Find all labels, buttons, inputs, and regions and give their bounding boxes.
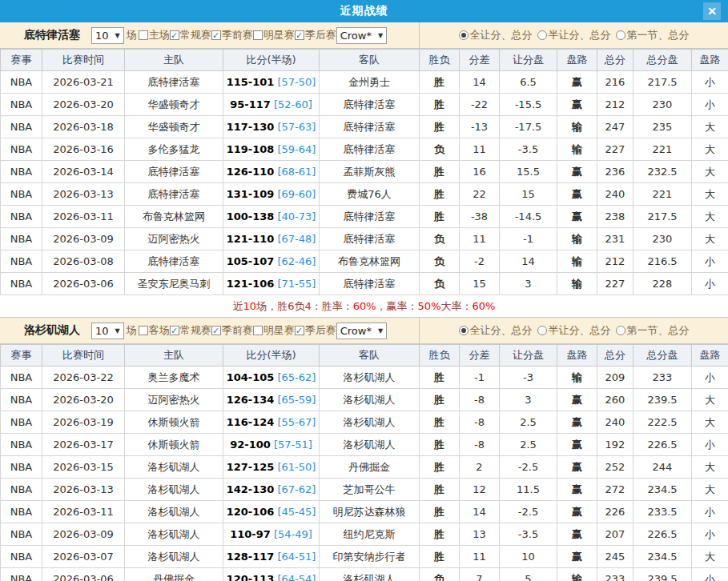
filter-checkbox[interactable]: 主场 xyxy=(139,28,170,42)
summary-text: 场，胜6负4：胜率： xyxy=(256,299,353,314)
cell-total-points: 227 xyxy=(597,273,633,295)
cell-ou-result: 大 xyxy=(692,456,728,479)
mode-radio[interactable]: 全让分、总分 xyxy=(459,28,533,42)
score-text: 95-117 xyxy=(230,98,271,110)
chevron-down-icon: ▼ xyxy=(115,327,120,335)
cell-total-line: 228 xyxy=(633,273,692,295)
cell-ou-result: 小 xyxy=(692,501,728,523)
column-header: 分差 xyxy=(460,345,500,367)
checkbox-icon: ✓ xyxy=(170,30,179,40)
filter-checkbox[interactable]: ✓季前赛 xyxy=(211,323,253,338)
team-name: 洛杉矶湖人 xyxy=(24,323,80,338)
cell-total-line: 233.5 xyxy=(633,501,692,523)
cell-home-team: 底特律活塞 xyxy=(125,71,223,94)
cell-date: 2026-03-22 xyxy=(42,367,125,389)
cell-point-diff: 11 xyxy=(460,546,500,568)
cell-away-team: 明尼苏达森林狼 xyxy=(320,501,420,523)
games-count-select[interactable]: 10▼ xyxy=(91,323,124,339)
summary-text: ，赢率： xyxy=(376,299,418,314)
cell-league: NBA xyxy=(1,367,42,389)
cell-home-team: 休斯顿火箭 xyxy=(125,434,223,456)
cell-result: 负 xyxy=(420,273,460,295)
cell-result: 负 xyxy=(420,250,460,273)
summary-text: 近 xyxy=(233,299,243,314)
cell-result: 胜 xyxy=(420,116,460,138)
cell-date: 2026-03-11 xyxy=(42,501,125,523)
cell-handicap-result: 赢 xyxy=(557,161,597,183)
filter-checkbox[interactable]: 明星赛 xyxy=(253,28,295,42)
cell-result: 胜 xyxy=(420,523,460,546)
source-select[interactable]: Crow*▼ xyxy=(336,27,387,44)
halftime-score: [68-61] xyxy=(277,166,316,178)
cell-handicap-result: 赢 xyxy=(557,434,597,456)
cell-total-line: 234.5 xyxy=(633,546,692,568)
games-count-select[interactable]: 10▼ xyxy=(91,27,124,44)
halftime-score: [71-55] xyxy=(277,278,316,290)
cell-total-points: 207 xyxy=(597,523,633,546)
cell-point-diff: 2 xyxy=(460,456,500,479)
game-row: NBA2026-03-17休斯顿火箭92-100 [57-51]洛杉矶湖人胜-8… xyxy=(1,434,728,456)
cell-date: 2026-03-20 xyxy=(42,389,125,411)
cell-score: 105-107 [62-46] xyxy=(223,250,320,273)
cell-handicap-result: 赢 xyxy=(557,411,597,434)
column-header: 总分盘 xyxy=(633,345,692,367)
halftime-score: [59-64] xyxy=(277,143,316,155)
mode-radio[interactable]: 第一节、总分 xyxy=(616,28,690,42)
filter-checkbox[interactable]: ✓季后赛 xyxy=(295,28,336,42)
cell-home-team: 洛杉矶湖人 xyxy=(125,501,223,523)
filter-checkbox[interactable]: ✓常规赛 xyxy=(170,28,211,42)
filter-checkbox[interactable]: ✓常规赛 xyxy=(170,323,211,338)
close-button[interactable]: ✕ xyxy=(703,2,721,20)
column-header: 比赛时间 xyxy=(42,345,125,367)
mode-radio[interactable]: 全让分、总分 xyxy=(459,323,533,338)
cell-home-team: 底特律活塞 xyxy=(125,183,223,206)
game-row: NBA2026-03-11洛杉矶湖人120-106 [45-45]明尼苏达森林狼… xyxy=(1,501,728,523)
cell-handicap-line: -3.5 xyxy=(500,523,557,546)
filter-checkbox[interactable]: ✓季前赛 xyxy=(211,28,253,42)
cell-handicap-line: 14 xyxy=(500,250,557,273)
filter-checkbox[interactable]: ✓季后赛 xyxy=(295,323,336,338)
cell-handicap-result: 赢 xyxy=(557,523,597,546)
cell-handicap-line: 15.5 xyxy=(500,161,557,183)
header-row: 赛事比赛时间主队比分(半场)客队胜负分差让分盘盘路总分总分盘盘路 xyxy=(1,50,728,71)
column-header: 盘路 xyxy=(692,50,728,71)
source-select-value: Crow* xyxy=(340,325,372,337)
cell-total-points: 192 xyxy=(597,434,633,456)
cell-handicap-line: -17.5 xyxy=(500,116,557,138)
game-row: NBA2026-03-16多伦多猛龙119-108 [59-64]底特律活塞负1… xyxy=(1,138,728,161)
cell-ou-result: 大 xyxy=(692,389,728,411)
filter-checkbox[interactable]: 客场 xyxy=(139,323,170,338)
cell-score: 121-110 [67-48] xyxy=(223,228,320,250)
mode-radio[interactable]: 第一节、总分 xyxy=(616,323,690,338)
cell-home-team: 洛杉矶湖人 xyxy=(125,546,223,568)
cell-handicap-result: 输 xyxy=(557,273,597,295)
filter-checkbox[interactable]: 明星赛 xyxy=(253,323,295,338)
cell-league: NBA xyxy=(1,523,42,546)
cell-away-team: 底特律活塞 xyxy=(320,228,420,250)
mode-radio-label: 半让分、总分 xyxy=(549,28,611,42)
score-text: 117-130 xyxy=(227,121,275,133)
mode-radio[interactable]: 半让分、总分 xyxy=(537,323,611,338)
score-text: 104-105 xyxy=(227,371,275,383)
score-text: 92-100 xyxy=(230,439,271,451)
halftime-score: [55-67] xyxy=(277,416,316,428)
cell-total-line: 239.5 xyxy=(633,389,692,411)
cell-score: 100-138 [40-73] xyxy=(223,206,320,228)
cell-handicap-result: 输 xyxy=(557,367,597,389)
cell-total-line: 244 xyxy=(633,456,692,479)
score-text: 120-113 xyxy=(227,573,275,581)
column-header: 比分(半场) xyxy=(223,50,320,71)
cell-score: 117-130 [57-63] xyxy=(223,116,320,138)
cell-home-team: 底特律活塞 xyxy=(125,161,223,183)
mode-radio[interactable]: 半让分、总分 xyxy=(537,28,611,42)
filter-controls: 洛杉矶湖人10▼场客场✓常规赛✓季前赛明星赛✓季后赛Crow*▼ xyxy=(0,318,419,343)
cell-point-diff: 15 xyxy=(460,273,500,295)
score-text: 110-97 xyxy=(230,528,271,540)
cell-home-team: 奥兰多魔术 xyxy=(125,367,223,389)
column-header: 赛事 xyxy=(1,50,42,71)
cell-point-diff: 12 xyxy=(460,479,500,501)
halftime-score: [61-50] xyxy=(277,461,316,473)
cell-home-team: 圣安东尼奥马刺 xyxy=(125,273,223,295)
source-select[interactable]: Crow*▼ xyxy=(336,323,387,339)
halftime-score: [45-45] xyxy=(277,506,316,518)
